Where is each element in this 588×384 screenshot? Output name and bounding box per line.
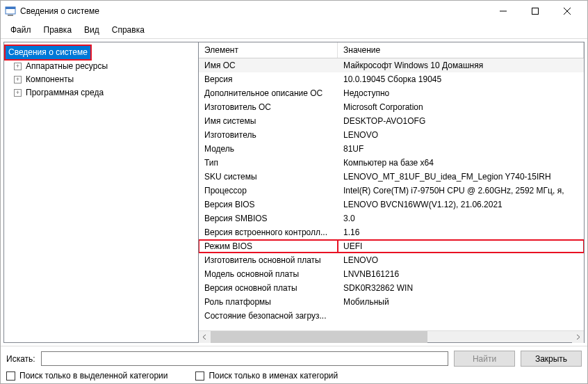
cell-element: Версия xyxy=(199,73,338,86)
menu-file[interactable]: Файл xyxy=(5,23,37,37)
cell-value: Microsoft Corporation xyxy=(338,101,584,113)
menu-edit[interactable]: Правка xyxy=(38,23,78,37)
cell-element: Имя ОС xyxy=(199,59,338,72)
cell-element: Тип xyxy=(199,157,338,169)
cell-value: LNVNB161216 xyxy=(338,268,584,280)
cell-element: Изготовитель ОС xyxy=(199,101,338,113)
tree-item-label: Программная среда xyxy=(24,87,105,99)
cell-value: Недоступно xyxy=(338,87,584,99)
cell-element: Изготовитель основной платы xyxy=(199,254,338,266)
app-icon xyxy=(5,6,16,17)
list-row[interactable]: Модель81UF xyxy=(199,142,584,156)
expand-icon[interactable]: + xyxy=(14,76,22,83)
svg-rect-2 xyxy=(8,15,13,16)
cell-element: Модель основной платы xyxy=(199,268,338,280)
list-row[interactable]: Состояние безопасной загруз... xyxy=(199,309,584,323)
search-input[interactable] xyxy=(41,351,448,366)
cell-value: LENOVO BVCN16WW(V1.12), 21.06.2021 xyxy=(338,198,584,211)
cell-element: SKU системы xyxy=(199,170,338,183)
cell-value: Компьютер на базе x64 xyxy=(338,157,584,169)
checkbox-names-only[interactable]: Поиск только в именах категорий xyxy=(195,371,338,381)
list-row[interactable]: ПроцессорIntel(R) Core(TM) i7-9750H CPU … xyxy=(199,184,584,198)
cell-value: Intel(R) Core(TM) i7-9750H CPU @ 2.60GHz… xyxy=(338,184,584,197)
cell-value: 1.16 xyxy=(338,226,584,239)
list-row[interactable]: Режим BIOSUEFI xyxy=(199,239,584,253)
list-row[interactable]: ТипКомпьютер на базе x64 xyxy=(199,156,584,170)
list-row[interactable]: ИзготовительLENOVO xyxy=(199,128,584,142)
expand-icon[interactable]: + xyxy=(14,63,22,70)
close-button[interactable] xyxy=(551,1,583,22)
cell-value: LENOVO xyxy=(338,254,584,266)
checkbox-label: Поиск только в выделенной категории xyxy=(19,371,168,381)
tree-item[interactable]: +Программная среда xyxy=(6,86,197,99)
window-title: Сведения о системе xyxy=(20,6,487,16)
cell-element: Состояние безопасной загруз... xyxy=(199,310,338,322)
list-row[interactable]: Изготовитель основной платыLENOVO xyxy=(199,253,584,267)
cell-element: Процессор xyxy=(199,184,338,197)
cell-value: 81UF xyxy=(338,143,584,155)
list-row[interactable]: Дополнительное описание ОСНедоступно xyxy=(199,86,584,100)
checkbox-icon xyxy=(195,371,204,381)
cell-value: LENOVO_MT_81UF_BU_idea_FM_Legion Y740-15… xyxy=(338,170,584,183)
horizontal-scrollbar[interactable] xyxy=(199,330,584,342)
list-row[interactable]: Версия основной платыSDK0R32862 WIN xyxy=(199,281,584,295)
tree-panel: Сведения о системе +Аппаратные ресурсы+К… xyxy=(4,42,199,342)
scroll-left-arrow[interactable] xyxy=(199,331,211,343)
list-row[interactable]: Имя системыDESKTOP-AVO1OFG xyxy=(199,114,584,128)
cell-element: Версия встроенного контролл... xyxy=(199,226,338,239)
list-row[interactable]: Версия10.0.19045 Сборка 19045 xyxy=(199,72,584,86)
tree-item[interactable]: +Компоненты xyxy=(6,73,197,86)
cell-element: Изготовитель xyxy=(199,129,338,141)
column-value[interactable]: Значение xyxy=(338,42,584,58)
list-row[interactable]: Модель основной платыLNVNB161216 xyxy=(199,267,584,281)
scroll-thumb[interactable] xyxy=(211,331,427,343)
cell-element: Дополнительное описание ОС xyxy=(199,87,338,99)
cell-value: 3.0 xyxy=(338,212,584,225)
search-label: Искать: xyxy=(6,354,35,364)
cell-element: Режим BIOS xyxy=(199,240,338,253)
expand-icon[interactable]: + xyxy=(14,89,22,97)
list-row[interactable]: Имя ОСМайкрософт Windows 10 Домашняя xyxy=(199,58,584,72)
svg-rect-1 xyxy=(6,7,15,9)
cell-value xyxy=(338,310,584,322)
menu-help[interactable]: Справка xyxy=(106,23,150,37)
close-button-footer[interactable]: Закрыть xyxy=(521,351,582,367)
cell-value: SDK0R32862 WIN xyxy=(338,282,584,294)
list-row[interactable]: Изготовитель ОСMicrosoft Corporation xyxy=(199,100,584,114)
list-row[interactable]: Версия SMBIOS3.0 xyxy=(199,211,584,225)
cell-element: Роль платформы xyxy=(199,296,338,308)
cell-element: Версия основной платы xyxy=(199,282,338,294)
tree-root-label: Сведения о системе xyxy=(6,46,90,59)
column-element[interactable]: Элемент xyxy=(199,42,338,58)
cell-value: Мобильный xyxy=(338,296,584,308)
checkbox-label: Поиск только в именах категорий xyxy=(209,371,338,381)
maximize-button[interactable] xyxy=(519,1,551,22)
list-row[interactable]: Роль платформыМобильный xyxy=(199,295,584,309)
cell-value: UEFI xyxy=(338,240,584,253)
cell-value: Майкрософт Windows 10 Домашняя xyxy=(338,59,584,72)
scroll-right-arrow[interactable] xyxy=(572,331,584,343)
cell-element: Модель xyxy=(199,143,338,155)
minimize-button[interactable] xyxy=(487,1,519,22)
menu-view[interactable]: Вид xyxy=(79,23,105,37)
list-row[interactable]: Версия BIOSLENOVO BVCN16WW(V1.12), 21.06… xyxy=(199,198,584,211)
checkbox-selected-category[interactable]: Поиск только в выделенной категории xyxy=(6,371,168,381)
cell-value: 10.0.19045 Сборка 19045 xyxy=(338,73,584,86)
cell-value: LENOVO xyxy=(338,129,584,141)
cell-value: DESKTOP-AVO1OFG xyxy=(338,115,584,127)
cell-element: Версия BIOS xyxy=(199,198,338,211)
svg-rect-4 xyxy=(532,8,539,15)
tree-item[interactable]: +Аппаратные ресурсы xyxy=(6,60,197,73)
checkbox-icon xyxy=(6,371,15,381)
list-row[interactable]: Версия встроенного контролл...1.16 xyxy=(199,225,584,239)
tree-item-label: Компоненты xyxy=(24,74,75,86)
cell-element: Имя системы xyxy=(199,115,338,127)
cell-element: Версия SMBIOS xyxy=(199,212,338,225)
tree-item-label: Аппаратные ресурсы xyxy=(24,61,109,72)
list-row[interactable]: SKU системыLENOVO_MT_81UF_BU_idea_FM_Leg… xyxy=(199,170,584,184)
tree-root[interactable]: Сведения о системе xyxy=(6,45,197,60)
find-button[interactable]: Найти xyxy=(454,351,515,367)
